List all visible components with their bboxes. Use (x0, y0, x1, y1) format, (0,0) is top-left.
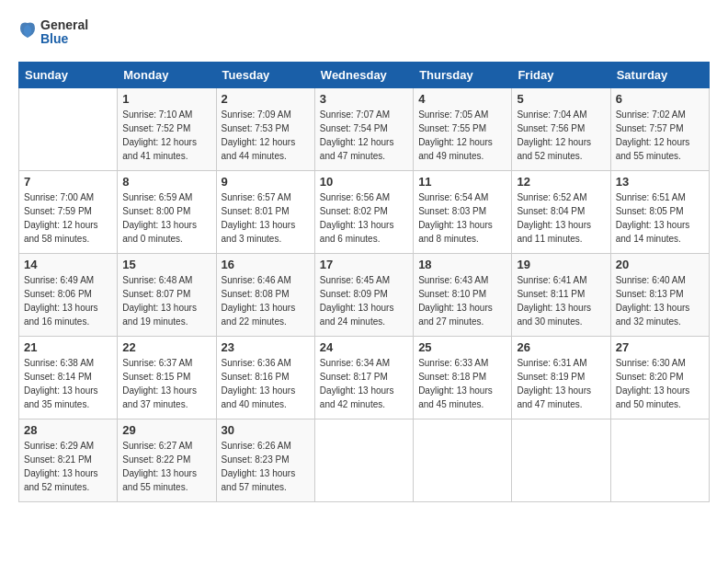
calendar-cell: 6Sunrise: 7:02 AMSunset: 7:57 PMDaylight… (610, 87, 709, 170)
calendar-cell: 1Sunrise: 7:10 AMSunset: 7:52 PMDaylight… (118, 87, 216, 170)
logo-bird-icon (18, 21, 37, 43)
calendar-cell: 7Sunrise: 7:00 AMSunset: 7:59 PMDaylight… (19, 170, 118, 253)
day-number: 24 (320, 340, 408, 354)
calendar-cell: 18Sunrise: 6:43 AMSunset: 8:10 PMDayligh… (414, 253, 512, 336)
day-info: Sunrise: 6:33 AMSunset: 8:18 PMDaylight:… (418, 356, 506, 411)
day-info: Sunrise: 6:27 AMSunset: 8:22 PMDaylight:… (122, 439, 210, 494)
day-number: 29 (122, 423, 210, 437)
calendar-cell (512, 419, 610, 501)
day-info: Sunrise: 6:34 AMSunset: 8:17 PMDaylight:… (320, 356, 408, 411)
calendar-cell: 5Sunrise: 7:04 AMSunset: 7:56 PMDaylight… (512, 87, 610, 170)
day-number: 23 (222, 340, 310, 354)
logo: General Blue (18, 18, 88, 47)
calendar-cell: 8Sunrise: 6:59 AMSunset: 8:00 PMDaylight… (118, 170, 216, 253)
day-info: Sunrise: 7:10 AMSunset: 7:52 PMDaylight:… (122, 108, 210, 163)
col-header-thursday: Thursday (414, 62, 512, 87)
day-number: 20 (616, 258, 704, 271)
day-info: Sunrise: 6:30 AMSunset: 8:20 PMDaylight:… (616, 356, 704, 411)
col-header-wednesday: Wednesday (314, 62, 413, 87)
day-info: Sunrise: 6:59 AMSunset: 8:00 PMDaylight:… (122, 190, 210, 246)
day-number: 17 (320, 258, 408, 271)
calendar-cell: 23Sunrise: 6:36 AMSunset: 8:16 PMDayligh… (216, 336, 314, 419)
day-number: 4 (418, 92, 506, 106)
page-header: General Blue (18, 18, 710, 47)
day-number: 30 (222, 423, 310, 437)
day-number: 18 (418, 258, 506, 271)
calendar-cell: 10Sunrise: 6:56 AMSunset: 8:02 PMDayligh… (314, 170, 413, 253)
day-info: Sunrise: 7:02 AMSunset: 7:57 PMDaylight:… (616, 108, 704, 163)
calendar-cell: 3Sunrise: 7:07 AMSunset: 7:54 PMDaylight… (314, 87, 413, 170)
col-header-sunday: Sunday (19, 62, 118, 87)
logo-container: General Blue (18, 18, 88, 47)
day-info: Sunrise: 6:36 AMSunset: 8:16 PMDaylight:… (222, 356, 310, 411)
calendar-cell: 13Sunrise: 6:51 AMSunset: 8:05 PMDayligh… (610, 170, 709, 253)
calendar-cell: 12Sunrise: 6:52 AMSunset: 8:04 PMDayligh… (512, 170, 610, 253)
col-header-monday: Monday (118, 62, 216, 87)
calendar-cell: 29Sunrise: 6:27 AMSunset: 8:22 PMDayligh… (118, 419, 216, 501)
calendar-cell (414, 419, 512, 501)
day-number: 10 (320, 175, 408, 189)
day-number: 25 (418, 340, 506, 354)
calendar-cell: 16Sunrise: 6:46 AMSunset: 8:08 PMDayligh… (216, 253, 314, 336)
col-header-friday: Friday (512, 62, 610, 87)
day-number: 13 (616, 175, 704, 189)
day-info: Sunrise: 6:56 AMSunset: 8:02 PMDaylight:… (320, 190, 408, 246)
calendar-cell: 25Sunrise: 6:33 AMSunset: 8:18 PMDayligh… (414, 336, 512, 419)
day-number: 1 (122, 92, 210, 106)
calendar-cell: 22Sunrise: 6:37 AMSunset: 8:15 PMDayligh… (118, 336, 216, 419)
day-info: Sunrise: 6:26 AMSunset: 8:23 PMDaylight:… (222, 439, 310, 494)
calendar-cell: 14Sunrise: 6:49 AMSunset: 8:06 PMDayligh… (19, 253, 118, 336)
day-info: Sunrise: 6:54 AMSunset: 8:03 PMDaylight:… (418, 190, 506, 246)
day-info: Sunrise: 6:51 AMSunset: 8:05 PMDaylight:… (616, 190, 704, 246)
day-number: 19 (517, 258, 605, 271)
day-info: Sunrise: 6:37 AMSunset: 8:15 PMDaylight:… (122, 356, 210, 411)
day-info: Sunrise: 6:49 AMSunset: 8:06 PMDaylight:… (24, 273, 112, 328)
day-number: 16 (222, 258, 310, 271)
logo-line1: General (40, 18, 88, 32)
day-info: Sunrise: 6:43 AMSunset: 8:10 PMDaylight:… (418, 273, 506, 328)
calendar-cell: 9Sunrise: 6:57 AMSunset: 8:01 PMDaylight… (216, 170, 314, 253)
day-info: Sunrise: 7:00 AMSunset: 7:59 PMDaylight:… (24, 190, 112, 246)
calendar-cell: 27Sunrise: 6:30 AMSunset: 8:20 PMDayligh… (610, 336, 709, 419)
calendar-cell: 26Sunrise: 6:31 AMSunset: 8:19 PMDayligh… (512, 336, 610, 419)
day-info: Sunrise: 6:38 AMSunset: 8:14 PMDaylight:… (24, 356, 112, 411)
day-info: Sunrise: 7:04 AMSunset: 7:56 PMDaylight:… (517, 108, 605, 163)
day-number: 9 (222, 175, 310, 189)
calendar-cell (610, 419, 709, 501)
day-info: Sunrise: 7:07 AMSunset: 7:54 PMDaylight:… (320, 108, 408, 163)
day-info: Sunrise: 6:46 AMSunset: 8:08 PMDaylight:… (222, 273, 310, 328)
day-info: Sunrise: 6:52 AMSunset: 8:04 PMDaylight:… (517, 190, 605, 246)
day-number: 5 (517, 92, 605, 106)
day-info: Sunrise: 6:45 AMSunset: 8:09 PMDaylight:… (320, 273, 408, 328)
day-number: 12 (517, 175, 605, 189)
day-info: Sunrise: 7:09 AMSunset: 7:53 PMDaylight:… (222, 108, 310, 163)
col-header-tuesday: Tuesday (216, 62, 314, 87)
calendar-cell (314, 419, 413, 501)
calendar-cell (19, 87, 118, 170)
day-number: 21 (24, 340, 112, 354)
day-info: Sunrise: 7:05 AMSunset: 7:55 PMDaylight:… (418, 108, 506, 163)
day-number: 26 (517, 340, 605, 354)
calendar-cell: 2Sunrise: 7:09 AMSunset: 7:53 PMDaylight… (216, 87, 314, 170)
day-number: 8 (122, 175, 210, 189)
day-number: 3 (320, 92, 408, 106)
day-info: Sunrise: 6:41 AMSunset: 8:11 PMDaylight:… (517, 273, 605, 328)
day-number: 15 (122, 258, 210, 271)
calendar-cell: 19Sunrise: 6:41 AMSunset: 8:11 PMDayligh… (512, 253, 610, 336)
calendar-cell: 21Sunrise: 6:38 AMSunset: 8:14 PMDayligh… (19, 336, 118, 419)
calendar-cell: 24Sunrise: 6:34 AMSunset: 8:17 PMDayligh… (314, 336, 413, 419)
day-number: 11 (418, 175, 506, 189)
calendar-cell: 20Sunrise: 6:40 AMSunset: 8:13 PMDayligh… (610, 253, 709, 336)
day-info: Sunrise: 6:31 AMSunset: 8:19 PMDaylight:… (517, 356, 605, 411)
calendar-cell: 30Sunrise: 6:26 AMSunset: 8:23 PMDayligh… (216, 419, 314, 501)
day-info: Sunrise: 6:48 AMSunset: 8:07 PMDaylight:… (122, 273, 210, 328)
day-number: 2 (222, 92, 310, 106)
day-number: 6 (616, 92, 704, 106)
day-number: 22 (122, 340, 210, 354)
calendar-cell: 17Sunrise: 6:45 AMSunset: 8:09 PMDayligh… (314, 253, 413, 336)
day-info: Sunrise: 6:29 AMSunset: 8:21 PMDaylight:… (24, 439, 112, 494)
calendar-cell: 11Sunrise: 6:54 AMSunset: 8:03 PMDayligh… (414, 170, 512, 253)
calendar-cell: 4Sunrise: 7:05 AMSunset: 7:55 PMDaylight… (414, 87, 512, 170)
day-number: 14 (24, 258, 112, 271)
col-header-saturday: Saturday (610, 62, 709, 87)
